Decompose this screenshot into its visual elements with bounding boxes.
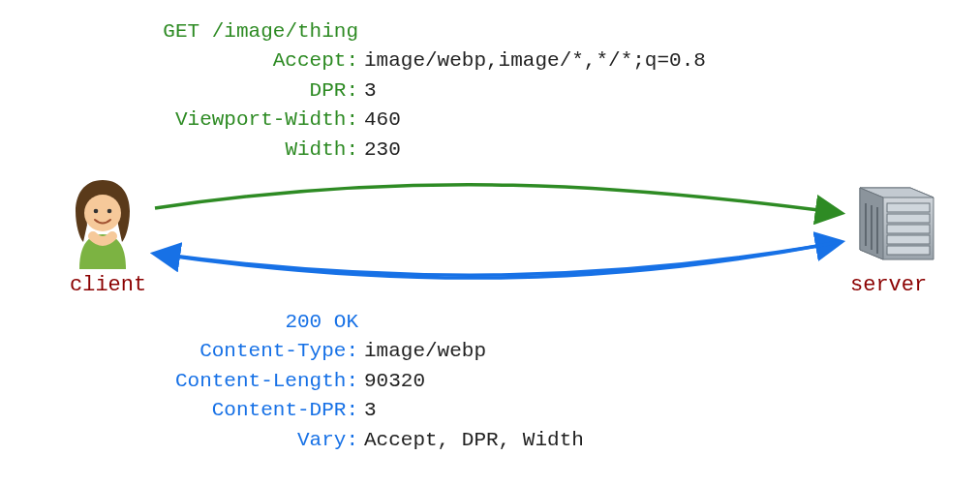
response-arrow xyxy=(157,242,841,275)
svg-rect-7 xyxy=(887,246,930,255)
svg-point-0 xyxy=(84,195,121,231)
req-h1-k: DPR: xyxy=(160,76,358,106)
req-h1-v: 3 xyxy=(364,76,377,106)
svg-point-2 xyxy=(107,209,112,214)
res-h3-k: Vary: xyxy=(160,426,358,455)
req-h3-k: Width: xyxy=(160,136,358,165)
req-h0-k: Accept: xyxy=(160,46,358,76)
svg-rect-6 xyxy=(887,235,930,244)
server-icon xyxy=(842,174,939,273)
svg-rect-5 xyxy=(887,225,930,233)
request-headers: GET /image/thing Accept:image/webp,image… xyxy=(160,17,706,165)
req-h0-v: image/webp,image/*,*/*;q=0.8 xyxy=(364,46,706,76)
svg-point-1 xyxy=(94,209,99,214)
req-h2-v: 460 xyxy=(364,106,401,135)
response-headers: 200 OK Content-Type:image/webp Content-L… xyxy=(160,308,584,455)
request-method-line: GET /image/thing xyxy=(160,17,358,46)
res-h1-v: 90320 xyxy=(364,367,425,396)
res-h3-v: Accept, DPR, Width xyxy=(364,426,584,455)
response-status: 200 OK xyxy=(160,308,358,337)
request-arrow xyxy=(155,185,841,213)
client-icon xyxy=(62,174,143,275)
server-label: server xyxy=(850,273,927,297)
res-h2-k: Content-DPR: xyxy=(160,396,358,425)
res-h2-v: 3 xyxy=(364,396,377,425)
req-h2-k: Viewport-Width: xyxy=(160,106,358,135)
req-h3-v: 230 xyxy=(364,136,401,165)
res-h1-k: Content-Length: xyxy=(160,367,358,396)
res-h0-v: image/webp xyxy=(364,337,486,366)
svg-rect-4 xyxy=(887,214,930,223)
res-h0-k: Content-Type: xyxy=(160,337,358,366)
svg-rect-3 xyxy=(887,203,930,212)
client-label: client xyxy=(70,273,146,297)
